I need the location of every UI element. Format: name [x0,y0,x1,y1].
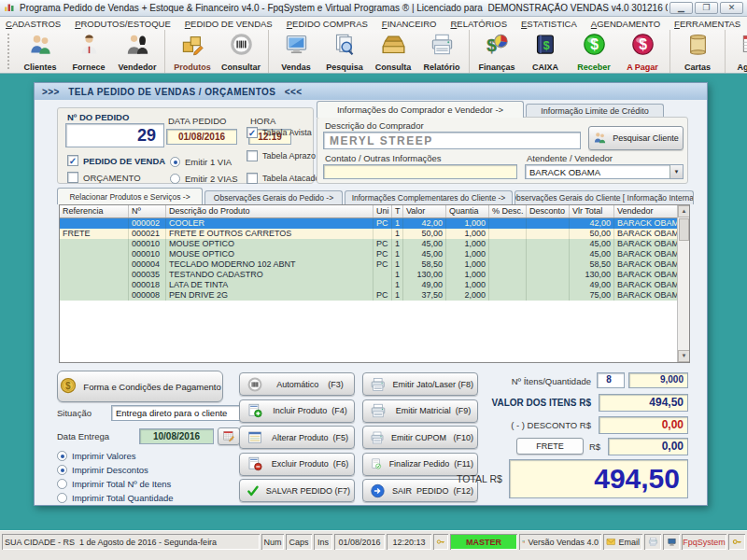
column-header[interactable]: Descrição do Produto [166,205,374,217]
toolbar-button-vendas[interactable]: Vendas [272,30,320,73]
column-header[interactable]: Nº [129,205,166,217]
table-row[interactable]: FRETE000021FRETE E OUTROS CARRETOS150,00… [60,229,689,239]
scrollbar-thumb[interactable] [679,218,689,241]
contato-input[interactable] [323,164,517,179]
action-button-salvar-pedido-f7-[interactable]: SALVAR PEDIDO (F7) [239,479,355,502]
action-button-alterar-produto-f5-[interactable]: Alterar Produto (F5) [239,426,355,449]
table-cell: 50,00 [403,229,446,239]
emitir-2-vias-radio[interactable]: Emitir 2 VIAS [170,174,238,184]
table-cell [527,229,570,239]
table-row[interactable]: 000010MOUSE OPTICOPC145,001,00045,00BARA… [60,239,689,249]
radio-icon [57,451,67,461]
data-entrega-field[interactable]: 10/08/2016 [139,428,214,444]
menu-item-financeiro[interactable]: FINANCEIRO [382,19,437,29]
orcamento-checkbox[interactable]: ORÇAMENTO [67,172,141,183]
table-cell [374,270,392,280]
toolbar-button-relat-rio[interactable]: Relatório [417,30,466,73]
calendar-button[interactable] [218,427,240,445]
scroll-up-icon[interactable]: ▲ [678,205,690,217]
menu-item-pedido-compras[interactable]: PEDIDO COMPRAS [287,19,368,29]
tabela-avista-checkbox[interactable]: Tabela Avista [247,127,312,138]
calendar-icon [740,32,747,57]
menu-item-agendamento[interactable]: AGENDAMENTO [591,19,660,29]
menu-item-pedido-de-vendas[interactable]: PEDIDO DE VENDAS [185,19,273,29]
action-button-incluir-produto-f4-[interactable]: Incluir Produto (F4) [239,399,355,423]
close-button[interactable]: ✕ [720,2,743,14]
menu-item-ferramentas[interactable]: FERRAMENTAS [674,19,740,29]
emitir-1-via-radio[interactable]: Emitir 1 VIA [170,157,232,167]
menu-item-produtos-estoque[interactable]: PRODUTOS/ESTOQUE [75,19,171,29]
action-button-excluir-produto-f6-[interactable]: Excluir Produto (F6) [239,453,355,476]
vertical-scrollbar[interactable]: ▲ ▼ [677,205,689,362]
status-segment-master: MASTER [450,534,517,550]
dollar-red-icon: $ [630,32,655,57]
table-cell: 45,00 [570,239,614,249]
order-date-field[interactable]: 01/08/2016 [166,129,237,145]
menu-item-relat-rios[interactable]: RELATÓRIOS [450,19,507,29]
product-tab-0[interactable]: Relacionar Produtos e Serviços -> [57,188,203,204]
table-row[interactable]: 000018LATA DE TINTA149,001,00049,00BARAC… [60,280,689,290]
frete-button[interactable]: FRETE [516,438,584,455]
check-icon [247,483,260,499]
scroll-down-icon[interactable]: ▼ [678,350,690,362]
action-button-autom-tico-f3-[interactable]: Automático (F3) [239,372,355,396]
toolbar-button-clientes[interactable]: Clientes [16,30,64,73]
statusbar: SUA CIDADE - RS 1 de Agosto de 2016 - Se… [0,530,747,560]
table-row[interactable]: 000002COOLERPC142,001,00042,00BARACK OBA… [60,218,689,229]
tab-comprador-vendedor[interactable]: Informações do Comprador e Vendedor -> [317,101,524,118]
action-button-finalizar-pedido-f11-[interactable]: Finalizar Pedido (F11) [362,453,478,476]
barcode-icon [247,376,263,393]
status-segment-vers-o-vendas-4-0: Versão Vendas 4.0 [519,534,601,550]
buyer-name-input[interactable]: MERYL STREEP [323,132,581,149]
pedido-venda-checkbox[interactable]: PEDIDO DE VENDA [67,155,165,166]
column-header[interactable]: Desconto [527,205,570,217]
payment-button[interactable]: $ Forma e Condições de Pagamento [57,371,223,402]
toolbar-button-pesquisa[interactable]: Pesquisa [320,30,369,73]
column-header[interactable]: Vlr Total [570,205,614,217]
column-header[interactable]: Uni [374,205,392,217]
column-header[interactable]: % Desc. [489,205,527,217]
menu-item-cadastros[interactable]: CADASTROS [6,19,61,29]
data-entrega-label: Data Entrega [57,431,109,441]
toolbar-button-agenda[interactable]: Agenda [728,30,747,73]
column-header[interactable]: Quantia [446,205,489,217]
svg-text:$: $ [543,39,549,52]
minimize-button[interactable]: ▁ [669,2,693,14]
restore-button[interactable]: ❐ [695,2,718,14]
checkbox-icon [67,172,78,183]
column-header[interactable]: Valor [403,205,446,217]
toolbar-button-fornece[interactable]: Fornece [64,30,113,73]
column-header[interactable]: T [392,205,403,217]
toolbar-button-receber[interactable]: $Receber [570,30,618,73]
print-option-2[interactable]: Imprimir Total Nº de Itens [57,479,171,489]
toolbar-button-caixa[interactable]: $CAIXA [521,30,570,73]
order-number-field[interactable]: 29 [65,123,164,147]
table-row[interactable]: 000035TESTANDO CADASTRO1130,001,000130,0… [60,270,689,280]
product-tab-2[interactable]: Informações Complementares do Cliente -> [345,190,513,204]
toolbar-button-a-pagar[interactable]: $A Pagar [618,30,667,73]
toolbar-button-consultar[interactable]: Consultar [217,30,265,73]
toolbar-button-produtos[interactable]: Produtos [168,30,217,73]
product-tab-3[interactable]: Observações Gerais do Cliente [ Informaç… [514,190,694,204]
print-option-3[interactable]: Imprimir Total Quantidade [57,493,174,503]
table-cell: PC [374,249,392,259]
table-row[interactable]: 000010MOUSE OPTICOPC145,001,00045,00BARA… [60,249,689,259]
atendente-combobox[interactable]: BARACK OBAMA ▼ [525,164,684,179]
itens-count-field: 8 [597,372,625,388]
tabela-aprazo-checkbox[interactable]: Tabela Aprazo [247,150,316,161]
table-row[interactable]: 000008PEN DRIVE 2GPC137,502,00075,00BARA… [60,290,689,301]
tab-limite-credito[interactable]: Informação Limite de Crédito [526,104,664,118]
toolbar-button-finan-as[interactable]: $Finanças [472,30,521,73]
product-tab-1[interactable]: Observações Gerais do Pedido -> [204,190,343,204]
toolbar-button-vendedor[interactable]: Vendedor [113,30,162,73]
status-segment-num: Num [261,534,284,550]
toolbar-button-consulta[interactable]: Consulta [369,30,417,73]
table-row[interactable]: 000004TECLADO MODERNO 102 ABNTPC158,501,… [60,259,689,270]
pesquisar-cliente-button[interactable]: Pesquisar Cliente [588,126,684,150]
tabela-atacado-checkbox[interactable]: Tabela Atacado [247,173,320,184]
print-option-1[interactable]: Imprimir Descontos [57,465,148,475]
print-option-0[interactable]: Imprimir Valores [57,451,135,461]
toolbar-button-cartas[interactable]: Cartas [673,30,722,73]
column-header[interactable]: Referencia [60,205,129,217]
menu-item-estatistica[interactable]: ESTATISTICA [521,19,577,29]
